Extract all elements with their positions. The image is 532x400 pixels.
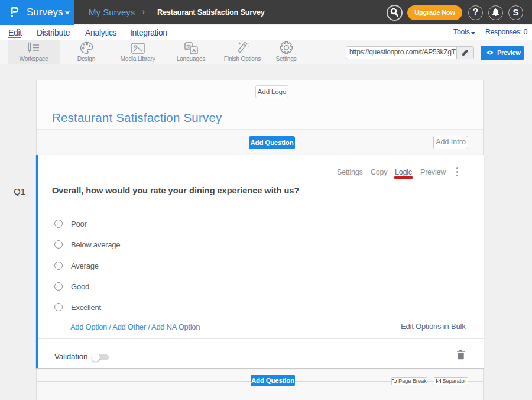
svg-text:A: A — [192, 47, 196, 53]
